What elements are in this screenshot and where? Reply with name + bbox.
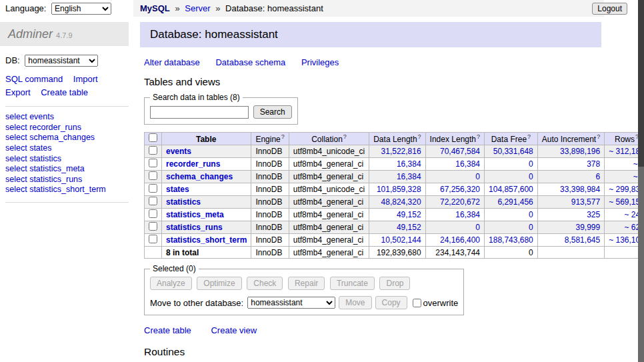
table-name-cell: statistics_runs [162, 221, 251, 234]
breadcrumb: MySQL » Server » Database: homeassistant [133, 0, 604, 17]
column-help-link[interactable]: ? [343, 133, 347, 140]
index-length-cell: 16,384 [425, 209, 484, 221]
sidebar-table-link[interactable]: select statistics_runs [5, 175, 129, 185]
data-free-cell: 6,291,456 [485, 196, 538, 209]
data-free-cell: 0 [485, 209, 538, 221]
column-help-link[interactable]: ? [281, 133, 285, 140]
search-button[interactable]: Search [253, 105, 292, 119]
index-length-cell: 24,166,400 [425, 234, 484, 247]
table-name-link[interactable]: statistics_meta [166, 210, 224, 219]
overwrite-checkbox[interactable] [413, 299, 421, 307]
engine-cell: InnoDB [251, 171, 289, 183]
column-help-link[interactable]: ? [527, 133, 531, 140]
index-length-cell: 67,256,320 [425, 183, 484, 196]
table-name-link[interactable]: statistics [166, 197, 201, 207]
table-name-link[interactable]: recorder_runs [166, 159, 220, 169]
row-checkbox[interactable] [149, 197, 157, 205]
collation-cell: utf8mb4_unicode_ci [289, 183, 369, 196]
move-button: Move [339, 296, 371, 309]
table-name-cell: statistics_meta [162, 209, 251, 221]
column-header: Data Length? [369, 133, 425, 145]
table-row: statistics_meta InnoDB utf8mb4_general_c… [145, 209, 644, 221]
row-checkbox[interactable] [149, 209, 157, 218]
table-name-link[interactable]: statistics_runs [166, 223, 223, 232]
total-label-cell: 8 in total [162, 247, 251, 259]
total-data-length-cell: 192,839,680 [369, 247, 425, 259]
breadcrumb-server-link[interactable]: Server [185, 3, 210, 13]
row-checkbox[interactable] [149, 146, 157, 155]
row-checkbox-cell [145, 145, 162, 158]
logout-button[interactable]: Logout [592, 3, 627, 15]
database-schema-link[interactable]: Database schema [215, 57, 285, 67]
sidebar-table-link[interactable]: select statistics [5, 154, 129, 165]
column-help-link[interactable]: ? [477, 133, 480, 140]
scrollbar-thumb[interactable] [638, 0, 644, 167]
row-checkbox-cell [145, 158, 162, 171]
language-select[interactable]: English [51, 3, 111, 15]
sidebar-table-link[interactable]: select statistics_short_term [5, 185, 129, 195]
row-checkbox-cell [145, 234, 162, 247]
table-row: states InnoDB utf8mb4_unicode_ci 101,859… [145, 183, 644, 196]
column-header: Data Free? [485, 133, 538, 145]
column-header: Table [162, 133, 251, 145]
column-help-link[interactable]: ? [418, 133, 421, 140]
selected-fieldset: Selected (0) Analyze Optimize Check Repa… [144, 264, 464, 315]
sidebar-table-link[interactable]: select recorder_runs [5, 123, 129, 133]
create-view-link[interactable]: Create view [211, 325, 257, 335]
index-length-cell: 72,220,672 [425, 196, 484, 209]
sidebar-table-link[interactable]: select schema_changes [5, 133, 129, 143]
row-checkbox[interactable] [149, 171, 157, 180]
table-name-link[interactable]: events [166, 147, 191, 156]
auto-increment-cell: 325 [537, 209, 604, 221]
total-auto-increment-cell [537, 247, 604, 259]
collation-cell: utf8mb4_general_ci [289, 221, 369, 234]
sidebar-create-table-link[interactable]: Create table [41, 87, 88, 97]
table-name-link[interactable]: states [166, 185, 189, 194]
row-checkbox-cell [145, 183, 162, 196]
data-free-cell: 0 [485, 158, 538, 171]
db-selector: DB: homeassistant [5, 55, 128, 67]
optimize-button: Optimize [197, 277, 241, 290]
move-db-select[interactable]: homeassistant [247, 297, 335, 309]
row-checkbox[interactable] [149, 159, 157, 167]
collation-cell: utf8mb4_general_ci [289, 209, 369, 221]
search-input[interactable] [150, 106, 249, 119]
db-select[interactable]: homeassistant [25, 55, 98, 67]
table-row: events InnoDB utf8mb4_unicode_ci 31,522,… [145, 145, 644, 158]
table-name-cell: recorder_runs [162, 158, 251, 171]
sidebar-table-link[interactable]: select statistics_meta [5, 164, 129, 175]
sidebar-sql-command-link[interactable]: SQL command [5, 74, 63, 84]
auto-increment-cell: 913,577 [537, 196, 604, 209]
engine-cell: InnoDB [251, 196, 289, 209]
auto-increment-cell: 33,898,196 [537, 145, 604, 158]
row-checkbox[interactable] [149, 235, 157, 243]
create-table-link[interactable]: Create table [144, 325, 191, 335]
sidebar-export-link[interactable]: Export [5, 87, 31, 97]
table-footer-links: Create table Create view [144, 325, 601, 335]
sidebar-import-link[interactable]: Import [73, 74, 98, 84]
data-length-cell: 16,384 [369, 158, 425, 171]
sidebar-actions: SQL command Import Export Create table [5, 73, 129, 107]
data-length-cell: 48,824,320 [369, 196, 425, 209]
row-checkbox[interactable] [149, 184, 157, 193]
vertical-scrollbar[interactable] [638, 0, 644, 362]
auto-increment-cell: 39,999 [537, 221, 604, 234]
row-checkbox-cell [145, 209, 162, 221]
table-name-link[interactable]: statistics_short_term [166, 235, 247, 245]
breadcrumb-mysql-link[interactable]: MySQL [140, 3, 170, 13]
database-nav: Alter database Database schema Privilege… [144, 57, 601, 67]
privileges-link[interactable]: Privileges [301, 57, 339, 67]
data-free-cell: 50,331,648 [485, 145, 538, 158]
column-header: Index Length? [425, 133, 484, 145]
table-name-cell: schema_changes [162, 171, 251, 183]
row-checkbox[interactable] [149, 222, 157, 231]
column-help-link[interactable]: ? [597, 133, 600, 140]
alter-database-link[interactable]: Alter database [144, 57, 200, 67]
repair-button: Repair [288, 277, 325, 290]
sidebar-table-link[interactable]: select states [5, 143, 129, 154]
table-row: statistics_runs InnoDB utf8mb4_general_c… [145, 221, 644, 234]
select-all-checkbox[interactable] [149, 133, 157, 142]
table-name-link[interactable]: schema_changes [166, 172, 233, 181]
sidebar-table-link[interactable]: select events [5, 112, 129, 123]
engine-cell: InnoDB [251, 158, 289, 171]
